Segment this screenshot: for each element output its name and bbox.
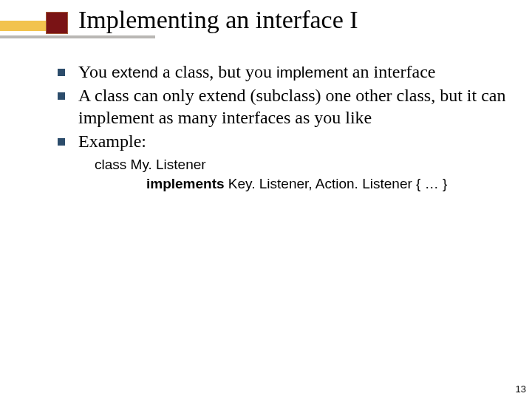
slide-title: Implementing an interface I <box>78 6 358 34</box>
accent-bar-gray <box>0 35 155 38</box>
bullet-item: You extend a class, but you implement an… <box>58 61 510 83</box>
bullet-item: Example: <box>58 130 510 152</box>
content-area: You extend a class, but you implement an… <box>58 61 510 193</box>
code-example: class My. Listener implements Key. Liste… <box>95 155 510 193</box>
slide: Implementing an interface I You extend a… <box>0 0 532 399</box>
keyword-implement: implement <box>276 64 348 81</box>
text-fragment: an interface <box>348 62 436 81</box>
bullet-text: A class can only extend (subclass) one o… <box>78 84 510 129</box>
bullet-item: A class can only extend (subclass) one o… <box>58 84 510 129</box>
code-line: implements Key. Listener, Action. Listen… <box>95 174 510 194</box>
bullet-marker-icon <box>58 138 65 146</box>
code-fragment: Key. Listener, Action. Listener { … } <box>225 176 448 191</box>
header: Implementing an interface I <box>0 0 532 6</box>
bullet-text: Example: <box>78 130 510 152</box>
page-number: 13 <box>516 383 526 395</box>
text-fragment: a class, but you <box>158 62 276 81</box>
keyword-implements: implements <box>146 176 225 191</box>
text-fragment: You <box>78 62 112 81</box>
bullet-text: You extend a class, but you implement an… <box>78 61 510 83</box>
bullet-marker-icon <box>58 69 65 76</box>
bullet-marker-icon <box>58 92 65 100</box>
accent-square <box>46 12 68 34</box>
code-line: class My. Listener <box>95 155 510 174</box>
keyword-extend: extend <box>112 64 158 81</box>
